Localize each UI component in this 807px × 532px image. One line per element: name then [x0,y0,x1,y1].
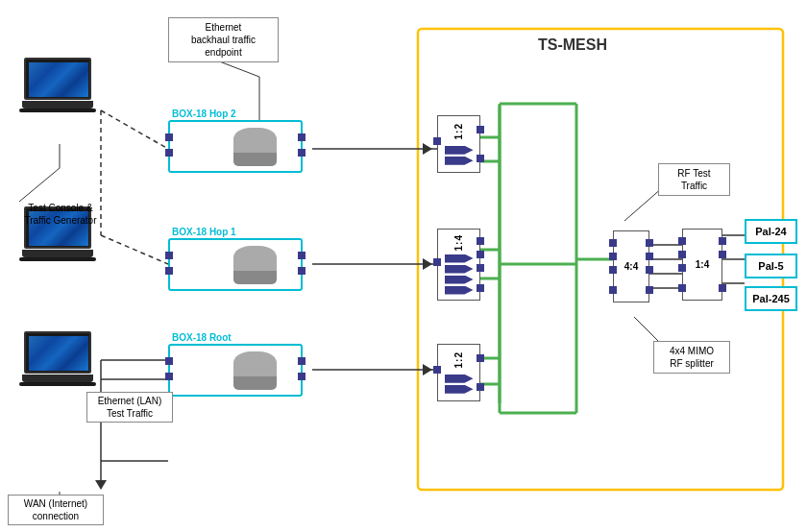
diagram-container: BOX-18 Hop 2 BOX-18 Hop 1 BOX-18 Root [0,0,807,532]
pal-5-box: Pal-5 [745,254,797,278]
svg-line-53 [19,168,60,202]
annotation-mimo-text: 4x4 MIMO RF splitter [670,346,714,369]
sq-s5-l2 [678,251,686,258]
sq-s5-l3 [678,264,686,272]
sq-s3-r1 [477,354,484,362]
splitter-1-2-top-label: 1:2 [453,123,464,139]
sq-s5-r3 [719,284,726,292]
laptop-foot-top [19,109,96,112]
splitter-1-4-right-label: 1:4 [696,259,709,270]
annotation-ethernet-text: Ethernet backhaul traffic endpoint [191,22,256,58]
connector-hop1-left2 [165,267,173,275]
annotation-rf-test-text: RF Test Traffic [677,168,710,191]
laptop-foot-middle [19,257,96,261]
annotation-ethernet-lan-text: Ethernet (LAN) Test Traffic [98,396,162,419]
svg-line-3 [101,235,168,264]
ts-mesh-label: TS-MESH [538,36,607,54]
annotation-test-console-text: Test Console & Traffic Generator [24,203,96,226]
connector-hop1-right2 [298,267,306,275]
sq-s2-r1 [477,237,484,245]
sq-s4-l4 [609,286,617,294]
box-18-root-label: BOX-18 Root [172,332,232,343]
connector-hop1-right1 [298,252,306,259]
sq-s1-l1 [433,137,441,145]
sq-s5-r1 [719,237,726,245]
svg-marker-23 [423,364,432,375]
annotation-test-console: Test Console & Traffic Generator [8,202,113,227]
sq-s1-r1 [477,126,484,133]
box-18-hop2-label: BOX-18 Hop 2 [172,109,236,119]
sq-s4-r3 [646,266,653,274]
connector-root-right2 [298,373,306,380]
svg-line-1 [101,110,168,149]
annotation-wan: WAN (Internet) connection [8,495,104,525]
laptop-base-bottom [22,375,93,382]
splitter-1-4-mid-label: 1:4 [453,234,464,251]
splitter-1-2-bot: 1:2 [437,344,480,401]
annotation-mimo: 4x4 MIMO RF splitter [653,341,730,374]
laptop-bottom [19,331,96,389]
sq-s4-l2 [609,253,617,260]
laptop-base-top [22,101,93,109]
connector-hop2-left1 [165,133,173,141]
sq-s3-l1 [433,366,441,374]
svg-marker-21 [423,258,432,270]
splitter-1-4-mid: 1:4 [437,229,480,301]
splitter-4-4: 4:4 [613,230,649,302]
svg-marker-16 [95,480,107,490]
splitter-4-4-label: 4:4 [624,261,638,272]
connector-root-left2 [165,373,173,380]
splitter-1-2-top: 1:2 [437,115,480,173]
sq-s2-r4 [477,284,484,292]
laptop-top [19,58,96,115]
sq-s3-r2 [477,383,484,391]
sq-s2-r2 [477,251,484,258]
laptop-screen-top [24,58,91,100]
box-18-hop1-label: BOX-18 Hop 1 [172,227,236,237]
connector-hop2-right2 [298,149,306,157]
laptop-foot-bottom [19,382,96,386]
sq-s5-l4 [678,284,686,292]
connector-hop2-right1 [298,133,306,141]
box-18-hop2: BOX-18 Hop 2 [168,120,303,173]
sq-s1-r2 [477,155,484,162]
laptop-base-middle [22,250,93,257]
pal-245-box: Pal-245 [745,286,797,311]
sq-s4-r2 [646,253,653,260]
sq-s2-r3 [477,264,484,272]
svg-line-50 [624,187,663,221]
sq-s4-l1 [609,239,617,247]
sq-s4-r4 [646,286,653,294]
laptop-screen-bottom [24,331,91,374]
sq-s5-r2 [719,251,726,258]
pal-24-box: Pal-24 [745,219,797,244]
splitter-1-4-right: 1:4 [682,229,722,301]
annotation-rf-test: RF Test Traffic [658,163,730,196]
connector-root-right1 [298,357,306,365]
pal-5-label: Pal-5 [758,260,783,272]
connector-root-left1 [165,357,173,365]
sq-s2-l1 [433,258,441,266]
box-18-hop1: BOX-18 Hop 1 [168,238,303,291]
connector-hop2-left2 [165,149,173,157]
annotation-ethernet-lan: Ethernet (LAN) Test Traffic [86,392,173,423]
sq-s4-r1 [646,239,653,247]
connector-hop1-left1 [165,252,173,259]
svg-marker-19 [423,143,432,155]
box-18-root: BOX-18 Root [168,344,303,397]
pal-24-label: Pal-24 [755,226,786,237]
annotation-ethernet: Ethernet backhaul traffic endpoint [168,17,279,62]
annotation-wan-text: WAN (Internet) connection [24,498,87,521]
sq-s4-l3 [609,266,617,274]
splitter-1-2-bot-label: 1:2 [453,351,464,368]
sq-s5-l1 [678,237,686,245]
pal-245-label: Pal-245 [752,293,790,304]
